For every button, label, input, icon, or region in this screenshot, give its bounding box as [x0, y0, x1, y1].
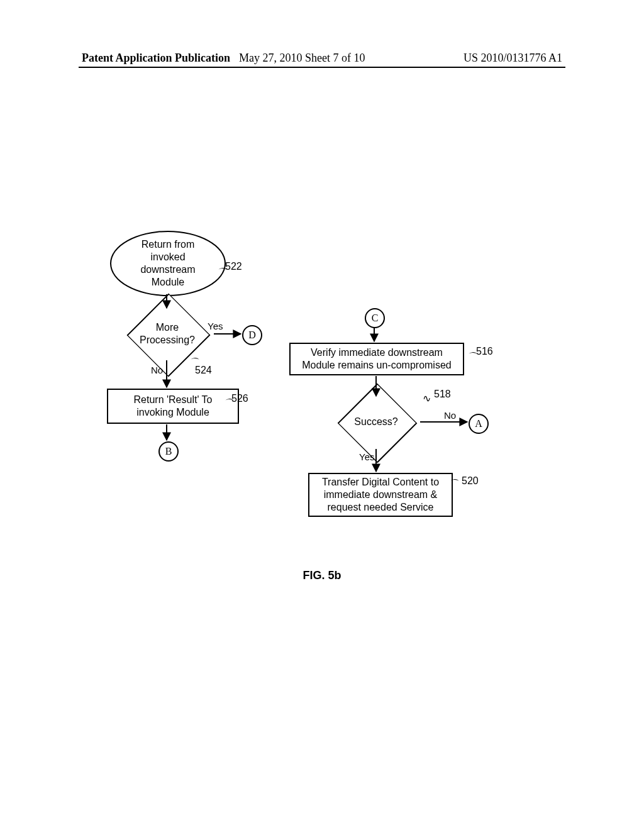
connector-d-label: D	[248, 329, 256, 341]
connector-b-label: B	[165, 446, 172, 457]
header-right: US 2010/0131776 A1	[464, 52, 562, 65]
connector-c-label: C	[372, 313, 379, 324]
figure-label: FIG. 5b	[0, 569, 644, 582]
edge-yes-518: Yes	[359, 451, 374, 462]
connector-b: B	[158, 441, 179, 462]
header-mid: May 27, 2010 Sheet 7 of 10	[239, 52, 365, 65]
connector-d: D	[242, 325, 262, 345]
decision-success: Success?	[332, 395, 420, 449]
lead-526: ⌒	[225, 397, 235, 411]
process-verify-downstream: Verify immediate downstream Module remai…	[289, 343, 464, 375]
connector-c: C	[365, 308, 385, 328]
lead-516: ⌒	[468, 351, 478, 364]
lead-518: ∿	[423, 392, 431, 404]
process-transfer-content: Transfer Digital Content to immediate do…	[308, 473, 453, 517]
header-mid-prefix: May 27, 2010 Sheet	[239, 52, 333, 64]
lead-522: ⌒	[218, 267, 228, 280]
header-rule	[79, 67, 565, 68]
ref-522: 522	[225, 261, 242, 272]
decision-text: More Processing?	[121, 306, 214, 362]
edge-no-524: No	[151, 365, 163, 375]
edge-yes-524: Yes	[208, 321, 223, 331]
edge-no-518: No	[444, 410, 456, 421]
page: Patent Application Publication May 27, 2…	[0, 0, 644, 830]
process-text-516: Verify immediate downstream Module remai…	[302, 346, 451, 372]
lead-524: ⌒	[190, 357, 200, 370]
terminator-return-from-module: Return from invoked downstream Module	[110, 231, 226, 296]
connector-a-label: A	[475, 418, 482, 429]
sheet-total: 10	[353, 52, 365, 64]
ref-518: 518	[434, 389, 451, 400]
ref-516: 516	[476, 346, 493, 357]
ref-520: 520	[462, 475, 479, 487]
sheet-of: of	[338, 52, 353, 64]
process-text-526: Return 'Result' To invoking Module	[134, 394, 213, 419]
process-return-result: Return 'Result' To invoking Module	[107, 389, 239, 424]
header-left: Patent Application Publication	[82, 52, 230, 65]
decision-text-518: Success?	[332, 395, 420, 449]
arrows-overlay	[0, 0, 644, 830]
connector-a: A	[469, 414, 489, 434]
decision-more-processing: More Processing?	[121, 306, 214, 362]
process-text-520: Transfer Digital Content to immediate do…	[322, 476, 439, 514]
lead-520: ⌒	[450, 478, 460, 491]
terminator-text: Return from invoked downstream Module	[140, 238, 195, 289]
